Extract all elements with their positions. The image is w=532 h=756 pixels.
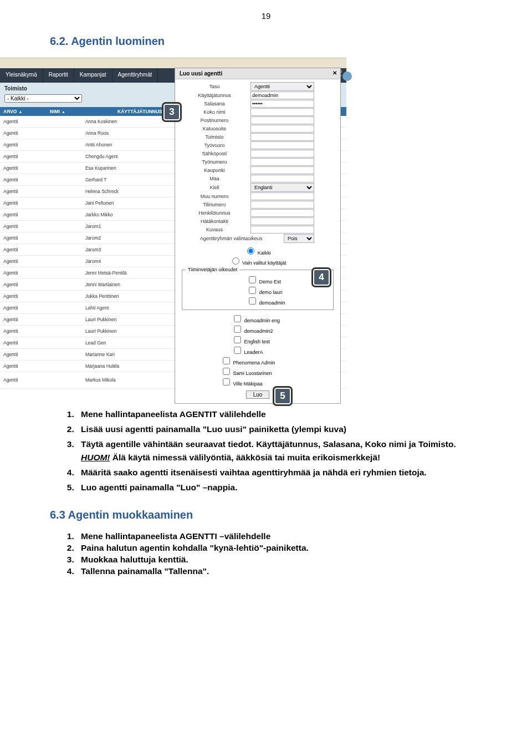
nav-tab-overview[interactable]: Yleisnäkymä (0, 68, 43, 83)
lbl-name: Koko nimi (178, 109, 250, 115)
input-user[interactable] (250, 92, 314, 99)
col-user[interactable]: KÄYTTÄJÄTUNNUS (114, 108, 165, 115)
input-emerg[interactable] (250, 217, 314, 225)
lbl-taso: Taso (178, 84, 250, 89)
lbl-lang: Kieli (178, 185, 250, 190)
input-worknum[interactable] (250, 158, 314, 166)
office-filter-select[interactable]: - Kaikki - (4, 94, 82, 103)
input-acct[interactable] (250, 201, 314, 209)
checkbox-item[interactable]: Sami Luostarinen (221, 366, 337, 377)
radio-only[interactable]: Vain valitut käyttäjät (229, 260, 287, 266)
lbl-pass: Salasana (178, 101, 250, 106)
nav-tab-reports[interactable]: Raportit (43, 68, 74, 83)
input-email[interactable] (250, 150, 314, 158)
step-marker-3: 3 (162, 102, 182, 122)
input-other[interactable] (250, 192, 314, 200)
input-pass[interactable] (250, 100, 314, 108)
input-desc[interactable] (250, 226, 314, 234)
select-lang[interactable]: Englanti (250, 183, 314, 192)
page-number: 19 (50, 11, 482, 21)
select-grpsel[interactable]: Pois (284, 234, 314, 243)
lbl-grpsel: Agenttiryhmän valintaoikeus (178, 236, 284, 241)
step-marker-5: 5 (273, 386, 293, 406)
close-icon[interactable]: ✕ (332, 70, 337, 76)
huom-label: HUOM! (81, 453, 110, 462)
nav-tab-campaigns[interactable]: Kampanjat (74, 68, 112, 83)
heading-6-2: 6.2. Agentin luominen (50, 35, 482, 48)
input-ssn[interactable] (250, 209, 314, 217)
lbl-other: Muu numero (178, 194, 250, 199)
checkbox-item[interactable]: demoadmin (247, 296, 285, 306)
lbl-user: Käyttäjätunnus (178, 93, 250, 98)
lbl-ssn: Henkilötunnus (178, 210, 250, 216)
modal-title: Luo uusi agentti (180, 70, 222, 77)
checkbox-item[interactable]: Phenomena Admin (221, 356, 337, 366)
lbl-office: Toimisto (178, 134, 250, 140)
lbl-addr: Katuosoite (178, 126, 250, 131)
user-badge-icon[interactable] (342, 72, 352, 81)
input-shift[interactable] (250, 141, 314, 149)
step-marker-4: 4 (311, 267, 331, 287)
lbl-zip: Postinumero (178, 118, 250, 123)
lbl-country: Maa (178, 176, 250, 181)
lbl-shift: Työvuoro (178, 143, 250, 148)
create-agent-modal: Luo uusi agentti ✕ Taso Agentti Käyttäjä… (175, 68, 341, 404)
input-name[interactable] (250, 108, 314, 116)
input-office[interactable] (250, 133, 314, 141)
steps-63: Mene hallintapaneelista AGENTTI –välileh… (50, 531, 482, 576)
step-4: Määritä saako agentti itsenäisesti vaiht… (76, 466, 482, 479)
step63-3: Muokkaa haluttuja kenttiä. (76, 555, 482, 565)
step63-4: Tallenna painamalla "Tallenna". (76, 566, 482, 576)
input-addr[interactable] (250, 125, 314, 133)
step63-1: Mene hallintapaneelista AGENTTI –välileh… (76, 531, 482, 541)
legend-rights: Tiiminvetäjän oikeudet (186, 267, 239, 272)
col-nimi[interactable]: NIMI (47, 108, 114, 115)
radio-all[interactable]: Kaikki (244, 250, 271, 256)
col-arvo[interactable]: ARVO (0, 108, 47, 115)
step-3: Täytä agentille vähintään seuraavat tied… (76, 438, 482, 464)
checkbox-item[interactable]: LeaderA (232, 345, 263, 356)
lbl-email: Sähköposti (178, 151, 250, 156)
input-country[interactable] (250, 175, 314, 182)
step-1: Mene hallintapaneelista AGENTIT välilehd… (76, 408, 482, 421)
heading-6-3: 6.3 Agentin muokkaaminen (50, 509, 482, 521)
step-2: Lisää uusi agentti painamalla "Luo uusi"… (76, 423, 482, 436)
steps-62: Mene hallintapaneelista AGENTIT välilehd… (50, 408, 482, 494)
nav-tab-agentgroups[interactable]: Agenttiryhmät (112, 68, 158, 83)
modal-title-bar: Luo uusi agentti ✕ (175, 68, 340, 79)
checkbox-item[interactable]: Demo Est (247, 275, 281, 285)
lbl-city: Kaupunki (178, 168, 250, 173)
lbl-desc: Kuvaus (178, 227, 250, 232)
fieldset-rights: Tiiminvetäjän oikeudet Demo Est demo lau… (182, 267, 334, 310)
checkbox-item[interactable]: demoadmin2 (232, 324, 273, 334)
lbl-worknum: Työnumero (178, 159, 250, 165)
screenshot: Yleisnäkymä Raportit Kampanjat Agenttiry… (0, 58, 346, 389)
input-city[interactable] (250, 166, 314, 174)
step63-2: Paina halutun agentin kohdalla "kynä-leh… (76, 543, 482, 553)
lbl-acct: Tilinumero (178, 202, 250, 207)
lbl-emerg: Hätäkontakti (178, 219, 250, 224)
create-button[interactable]: Luo (246, 390, 270, 399)
select-taso[interactable]: Agentti (250, 82, 314, 91)
checkbox-item[interactable]: English test (232, 334, 270, 345)
checkbox-item[interactable]: demoadmin eng (232, 313, 280, 324)
checkbox-item[interactable]: demo lauri (247, 285, 283, 296)
step-5: Luo agentti painamalla "Luo" –nappia. (76, 481, 482, 494)
input-zip[interactable] (250, 116, 314, 124)
radio-group-scope: Kaikki Vain valitut käyttäjät (178, 243, 337, 267)
